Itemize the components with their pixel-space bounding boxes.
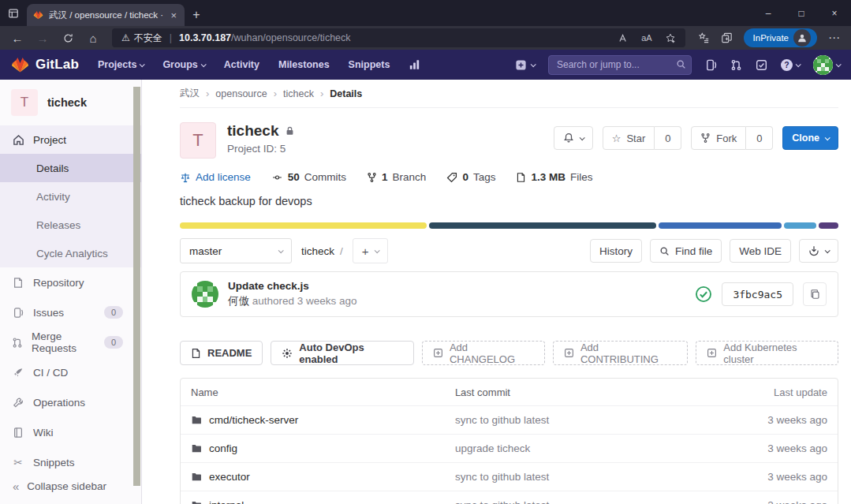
sidebar-item-cycle-analytics[interactable]: Cycle Analytics bbox=[0, 239, 141, 267]
file-name-link[interactable]: internal bbox=[209, 499, 244, 504]
fork-button[interactable]: Fork bbox=[691, 126, 746, 150]
translate-icon[interactable]: aA bbox=[641, 33, 651, 43]
branch-selector[interactable]: master bbox=[180, 238, 292, 263]
address-bar-icons: aA bbox=[618, 33, 675, 43]
file-name-link[interactable]: config bbox=[209, 442, 237, 454]
file-name-link[interactable]: cmd/ticheck-server bbox=[209, 414, 298, 426]
repo-path-project[interactable]: ticheck bbox=[301, 245, 334, 257]
fork-count[interactable]: 0 bbox=[746, 126, 773, 150]
breadcrumb-project[interactable]: ticheck bbox=[283, 88, 314, 99]
nav-milestones[interactable]: Milestones bbox=[278, 59, 330, 70]
notifications-dropdown[interactable] bbox=[554, 126, 593, 150]
commits-stat[interactable]: 50Commits bbox=[271, 171, 346, 183]
help-dropdown[interactable]: ? bbox=[781, 59, 800, 71]
table-row[interactable]: cmd/ticheck-server sync to github latest… bbox=[181, 405, 838, 434]
collapse-sidebar-button[interactable]: « Collapse sidebar bbox=[0, 473, 141, 499]
copy-commit-sha-button[interactable] bbox=[803, 282, 827, 306]
commit-author-avatar[interactable] bbox=[192, 281, 218, 308]
tab-actions-icon[interactable] bbox=[0, 0, 27, 26]
add-contributing-button[interactable]: Add CONTRIBUTING bbox=[553, 341, 688, 365]
sidebar-item-releases[interactable]: Releases bbox=[0, 211, 141, 239]
breadcrumb-group[interactable]: 武汉 bbox=[180, 87, 200, 100]
gitlab-brand[interactable]: GitLab bbox=[11, 56, 79, 73]
history-button[interactable]: History bbox=[590, 239, 642, 263]
clone-button[interactable]: Clone bbox=[782, 126, 838, 150]
read-aloud-icon[interactable] bbox=[618, 33, 629, 43]
breadcrumb-subgroup[interactable]: opensource bbox=[215, 88, 267, 99]
language-bar[interactable] bbox=[180, 222, 838, 229]
commit-author-link[interactable]: 何傲 bbox=[228, 295, 249, 307]
file-name-link[interactable]: executor bbox=[209, 471, 250, 483]
nav-groups[interactable]: Groups bbox=[162, 59, 204, 70]
sidebar-item-merge-requests[interactable]: Merge Requests 0 bbox=[0, 327, 141, 357]
files-stat[interactable]: 1.3 MBFiles bbox=[516, 171, 592, 183]
book-icon bbox=[12, 427, 24, 439]
find-file-button[interactable]: Find file bbox=[650, 239, 722, 263]
sidebar-item-activity[interactable]: Activity bbox=[0, 182, 141, 211]
plus-icon: + bbox=[362, 245, 369, 258]
security-warning[interactable]: ⚠ 不安全 bbox=[121, 32, 162, 45]
home-icon[interactable]: ⌂ bbox=[80, 28, 106, 48]
sidebar-item-project[interactable]: Project bbox=[0, 125, 141, 154]
nav-snippets[interactable]: Snippets bbox=[349, 59, 390, 70]
add-file-dropdown[interactable]: + bbox=[353, 238, 388, 263]
inprivate-badge[interactable]: InPrivate bbox=[744, 28, 817, 47]
profile-avatar[interactable] bbox=[793, 29, 811, 47]
commit-title-link[interactable]: Update check.js bbox=[228, 280, 357, 292]
window-maximize-icon[interactable]: □ bbox=[785, 0, 818, 26]
table-row[interactable]: internal sync to github latest 3 weeks a… bbox=[181, 491, 838, 504]
breadcrumb-separator: › bbox=[320, 88, 323, 99]
add-kubernetes-button[interactable]: Add Kubernetes cluster bbox=[696, 341, 838, 365]
sidebar-item-cicd[interactable]: CI / CD bbox=[0, 357, 141, 387]
refresh-icon[interactable] bbox=[55, 28, 80, 48]
todos-icon[interactable] bbox=[756, 59, 767, 71]
nav-projects[interactable]: Projects bbox=[98, 59, 144, 70]
search-input[interactable] bbox=[548, 55, 692, 75]
sidebar-item-wiki[interactable]: Wiki bbox=[0, 417, 141, 447]
download-dropdown[interactable] bbox=[799, 239, 838, 263]
auto-devops-button[interactable]: Auto DevOps enabled bbox=[271, 341, 414, 365]
last-commit-link[interactable]: sync to github latest bbox=[455, 471, 704, 483]
back-icon[interactable]: ← bbox=[5, 28, 30, 48]
readme-button[interactable]: README bbox=[180, 341, 263, 365]
pipeline-status-icon[interactable] bbox=[695, 286, 712, 303]
new-tab-button[interactable]: + bbox=[185, 4, 208, 26]
table-row[interactable]: config upgrade ticheck 3 weeks ago bbox=[181, 434, 838, 462]
nav-activity[interactable]: Activity bbox=[224, 59, 259, 70]
collections-icon[interactable] bbox=[721, 32, 733, 43]
star-count[interactable]: 0 bbox=[655, 126, 681, 150]
add-license-link[interactable]: Add license bbox=[180, 171, 251, 183]
branches-stat[interactable]: 1Branch bbox=[367, 171, 426, 183]
sidebar-item-repository[interactable]: Repository bbox=[0, 267, 141, 297]
sidebar-scrollbar[interactable] bbox=[133, 87, 140, 486]
add-favorite-icon[interactable] bbox=[665, 33, 676, 43]
address-bar[interactable]: ⚠ 不安全 | 10.3.70.187 /wuhan/opensource/ti… bbox=[112, 28, 685, 47]
tab-close-icon[interactable]: × bbox=[169, 10, 178, 21]
browser-menu-icon[interactable]: ⋯ bbox=[828, 31, 840, 45]
sidebar-item-details[interactable]: Details bbox=[0, 154, 141, 182]
favorites-bar-icon[interactable] bbox=[698, 32, 710, 43]
last-commit-link[interactable]: upgrade ticheck bbox=[455, 442, 704, 454]
search-icon[interactable] bbox=[676, 59, 686, 69]
last-commit-link[interactable]: sync to github latest bbox=[455, 414, 704, 426]
last-commit-link[interactable]: sync to github latest bbox=[455, 499, 704, 504]
new-dropdown[interactable] bbox=[515, 59, 535, 71]
issues-icon[interactable] bbox=[705, 59, 717, 71]
sidebar-project-header[interactable]: T ticheck bbox=[0, 88, 141, 125]
sidebar-item-operations[interactable]: Operations bbox=[0, 387, 141, 417]
merge-requests-icon[interactable] bbox=[730, 59, 742, 71]
scissors-icon: ✂ bbox=[12, 456, 24, 469]
user-menu[interactable] bbox=[813, 55, 840, 75]
window-close-icon[interactable]: × bbox=[818, 0, 851, 26]
web-ide-button[interactable]: Web IDE bbox=[730, 239, 791, 263]
star-button[interactable]: ☆ Star bbox=[603, 126, 655, 150]
table-row[interactable]: executor sync to github latest 3 weeks a… bbox=[181, 462, 838, 491]
window-minimize-icon[interactable]: – bbox=[752, 0, 785, 26]
sidebar-item-issues[interactable]: Issues 0 bbox=[0, 297, 141, 327]
analytics-chart-icon[interactable] bbox=[409, 59, 420, 70]
add-changelog-button[interactable]: Add CHANGELOG bbox=[422, 341, 545, 365]
browser-tab[interactable]: 武汉 / opensource / ticheck · Git × bbox=[27, 4, 185, 26]
tags-stat[interactable]: 0Tags bbox=[446, 171, 495, 183]
forward-icon[interactable]: → bbox=[30, 28, 55, 48]
commit-sha[interactable]: 3fbc9ac5 bbox=[722, 282, 793, 306]
